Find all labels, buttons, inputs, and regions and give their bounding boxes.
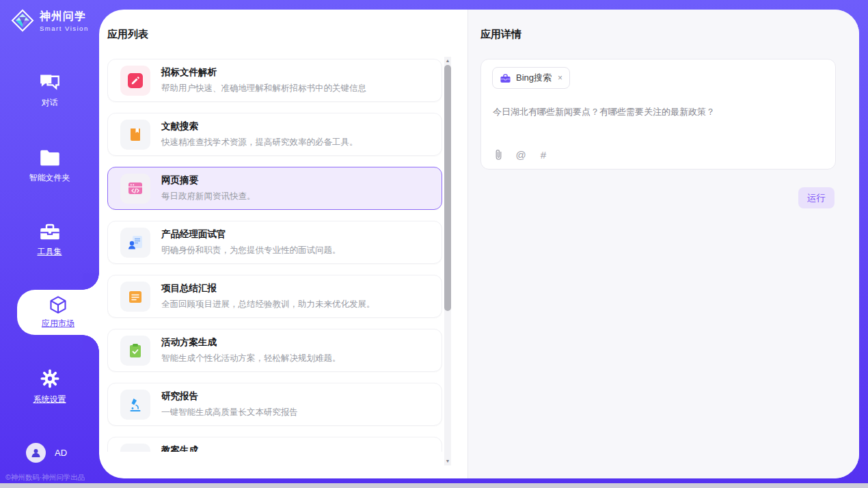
note-icon <box>120 282 150 312</box>
sidebar-item-smart-folder[interactable]: 智能文件夹 <box>0 149 99 184</box>
tool-tag-label: Bing搜索 <box>516 72 552 84</box>
app-desc: 帮助用户快速、准确地理解和解析招标书中的关键信息 <box>161 83 366 94</box>
chat-icon <box>40 74 60 92</box>
web-code-icon <box>120 174 150 204</box>
app-desc: 快速精准查找学术资源，提高研究效率的必备工具。 <box>161 137 358 148</box>
diamond-logo-icon <box>11 9 34 32</box>
run-button[interactable]: 运行 <box>798 187 835 208</box>
app-desc: 全面回顾项目进展，总结经验教训，助力未来优化发展。 <box>161 299 375 310</box>
list-scrollbar[interactable]: ▲ ▼ <box>444 57 451 465</box>
page-bottom-edge <box>0 483 868 488</box>
edit-doc-icon <box>120 66 150 96</box>
copyright-footer: ©神州数码·神州问学出品 <box>5 473 85 483</box>
scrollbar-thumb[interactable] <box>444 65 451 311</box>
close-icon[interactable]: × <box>558 73 562 83</box>
brand-subtitle: Smart Vision <box>40 25 89 32</box>
list-item[interactable]: 活动方案生成 智能生成个性化活动方案，轻松解决规划难题。 <box>107 329 442 372</box>
app-list: 招标文件解析 帮助用户快速、准确地理解和解析招标书中的关键信息 文献搜索 快速精… <box>107 59 442 452</box>
tool-tag-bing-search[interactable]: Bing搜索 × <box>492 67 570 89</box>
sidebar-item-chat[interactable]: 对话 <box>0 74 99 109</box>
sidebar-item-label: 系统设置 <box>33 394 66 405</box>
prompt-input-card[interactable]: Bing搜索 × 今日湖北有哪些新闻要点？有哪些需要关注的最新政策？ @ # <box>480 59 836 170</box>
list-item[interactable]: 教案生成 模板驱动，教案秒成，教学准备从此轻松快捷 <box>107 437 442 452</box>
microscope-icon <box>120 390 150 420</box>
hash-icon[interactable]: # <box>537 148 550 161</box>
app-desc: 一键智能生成高质量长文本研究报告 <box>161 407 298 418</box>
run-row: 运行 <box>468 187 859 208</box>
interviewer-icon <box>120 228 150 258</box>
books-icon <box>120 444 150 452</box>
app-name: 项目总结汇报 <box>161 282 375 295</box>
sidebar-item-label: 对话 <box>42 97 58 109</box>
scroll-up-icon[interactable]: ▲ <box>444 58 451 64</box>
app-name: 网页摘要 <box>161 174 256 187</box>
clipboard-icon <box>120 336 150 366</box>
cube-icon <box>49 295 68 314</box>
briefcase-icon <box>500 73 511 83</box>
sidebar: 神州问学 Smart Vision 对话 智能文件夹 工具集 <box>0 0 99 488</box>
sidebar-item-label: 应用市场 <box>42 318 74 329</box>
app-name: 招标文件解析 <box>161 66 366 79</box>
sidebar-item-toolset[interactable]: 工具集 <box>0 223 99 258</box>
folder-icon <box>40 149 60 167</box>
sidebar-item-label: 智能文件夹 <box>29 172 70 184</box>
input-toolbar: @ # <box>492 148 550 161</box>
scroll-down-icon[interactable]: ▼ <box>444 459 451 464</box>
sidebar-item-label: 工具集 <box>38 246 62 258</box>
user-initials: AD <box>55 448 67 458</box>
app-name: 教案生成 <box>161 444 332 452</box>
app-detail-panel: 应用详情 Bing搜索 × 今日湖北有哪些新闻要点？有哪些需要关注的最新政策？ <box>467 10 859 478</box>
app-list-panel: 应用列表 招标文件解析 帮助用户快速、准确地理解和解析招标书中的关键信息 <box>99 10 467 478</box>
book-icon <box>120 120 150 150</box>
brand-logo: 神州问学 Smart Vision <box>11 9 89 32</box>
sidebar-item-app-market[interactable]: 应用市场 <box>17 290 99 335</box>
list-item[interactable]: 产品经理面试官 明确身份和职责，为您提供专业性的面试问题。 <box>107 221 442 264</box>
at-icon[interactable]: @ <box>515 148 527 161</box>
list-item[interactable]: 研究报告 一键智能生成高质量长文本研究报告 <box>107 383 442 426</box>
app-list-title: 应用列表 <box>107 28 467 41</box>
sidebar-item-settings[interactable]: 系统设置 <box>0 369 99 405</box>
gear-icon <box>40 369 59 388</box>
app-name: 产品经理面试官 <box>161 228 341 241</box>
toolbox-icon <box>40 223 60 241</box>
app-desc: 明确身份和职责，为您提供专业性的面试问题。 <box>161 245 341 256</box>
list-item[interactable]: 项目总结汇报 全面回顾项目进展，总结经验教训，助力未来优化发展。 <box>107 275 442 318</box>
brand-name: 神州问学 <box>40 10 89 24</box>
list-item[interactable]: 文献搜索 快速精准查找学术资源，提高研究效率的必备工具。 <box>107 113 442 156</box>
user-account[interactable]: AD <box>26 443 67 463</box>
app-desc: 智能生成个性化活动方案，轻松解决规划难题。 <box>161 353 341 364</box>
paperclip-icon[interactable] <box>492 148 504 161</box>
avatar <box>26 443 46 463</box>
app-detail-title: 应用详情 <box>480 28 859 41</box>
list-item-selected[interactable]: 网页摘要 每日政府新闻资讯快查。 <box>107 167 442 210</box>
app-name: 研究报告 <box>161 390 298 403</box>
app-name: 文献搜索 <box>161 120 358 133</box>
app-desc: 每日政府新闻资讯快查。 <box>161 191 256 202</box>
list-item[interactable]: 招标文件解析 帮助用户快速、准确地理解和解析招标书中的关键信息 <box>107 59 442 102</box>
app-name: 活动方案生成 <box>161 336 341 349</box>
main-content: 应用列表 招标文件解析 帮助用户快速、准确地理解和解析招标书中的关键信息 <box>99 10 859 478</box>
query-text[interactable]: 今日湖北有哪些新闻要点？有哪些需要关注的最新政策？ <box>493 106 824 118</box>
